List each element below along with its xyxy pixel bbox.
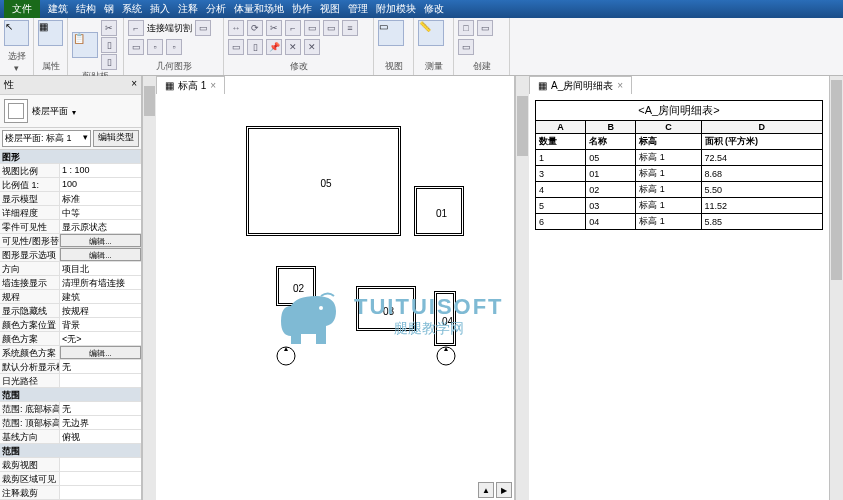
chevron-down-icon[interactable] xyxy=(72,106,76,117)
prop-value[interactable]: 100 xyxy=(60,178,141,191)
prop-scrollbar[interactable] xyxy=(142,76,156,500)
prop-row[interactable]: 系统颜色方案编辑... xyxy=(0,346,141,360)
menu-system[interactable]: 系统 xyxy=(118,2,146,16)
prop-row[interactable]: 注释裁剪 xyxy=(0,486,141,500)
prop-row[interactable]: 显示模型标准 xyxy=(0,192,141,206)
drawing-canvas[interactable]: 0501020304 xyxy=(176,96,510,496)
align-icon[interactable]: ≡ xyxy=(342,20,358,36)
menu-addins[interactable]: 附加模块 xyxy=(372,2,420,16)
prop-value[interactable]: 建筑 xyxy=(60,290,141,303)
view-ctrl-right[interactable]: ▶ xyxy=(496,482,512,498)
prop-value[interactable]: 俯视 xyxy=(60,430,141,443)
cut-icon[interactable]: ✂ xyxy=(101,20,117,36)
room-05[interactable]: 05 xyxy=(246,126,401,236)
create-icon-2[interactable]: ▭ xyxy=(477,20,493,36)
prop-value[interactable] xyxy=(60,458,141,471)
tab-close-icon[interactable]: × xyxy=(210,80,216,91)
prop-value[interactable]: 清理所有墙连接 xyxy=(60,276,141,289)
prop-row[interactable]: 视图比例1 : 100 xyxy=(0,164,141,178)
prop-row[interactable]: 显示隐藏线按规程 xyxy=(0,304,141,318)
mirror-icon[interactable]: ⌐ xyxy=(285,20,301,36)
prop-section[interactable]: 范围 xyxy=(0,444,141,458)
join-icon[interactable]: ▭ xyxy=(128,39,144,55)
prop-row[interactable]: 日光路径 xyxy=(0,374,141,388)
prop-row[interactable]: 详细程度中等 xyxy=(0,206,141,220)
rotate-icon[interactable]: ⟳ xyxy=(247,20,263,36)
view-scrollbar[interactable] xyxy=(515,76,529,500)
menu-analyze[interactable]: 分析 xyxy=(202,2,230,16)
prop-row[interactable]: 方向项目北 xyxy=(0,262,141,276)
prop-edit-button[interactable]: 编辑... xyxy=(60,248,141,261)
room-02[interactable]: 02 xyxy=(276,266,316,306)
trim-icon[interactable]: ✂ xyxy=(266,20,282,36)
prop-row[interactable]: 范围: 底部标高无 xyxy=(0,402,141,416)
room-01[interactable]: 01 xyxy=(414,186,464,236)
prop-value[interactable]: 项目北 xyxy=(60,262,141,275)
prop-row[interactable]: 范围: 顶部标高无边界 xyxy=(0,416,141,430)
table-row[interactable]: 402标高 15.50 xyxy=(536,182,823,198)
view-tool-icon[interactable]: ▭ xyxy=(378,20,404,46)
sched-scrollbar[interactable] xyxy=(829,76,843,500)
measure-icon[interactable]: 📏 xyxy=(418,20,444,46)
prop-value[interactable] xyxy=(60,374,141,387)
menu-arch[interactable]: 建筑 xyxy=(44,2,72,16)
schedule-view[interactable]: ▦ A_房间明细表 × <A_房间明细表> A B C D 数量 名称 xyxy=(529,76,829,500)
pin-icon[interactable]: 📌 xyxy=(266,39,282,55)
prop-value[interactable]: 无 xyxy=(60,360,141,373)
prop-value[interactable]: 按规程 xyxy=(60,304,141,317)
prop-value[interactable]: 标准 xyxy=(60,192,141,205)
prop-row[interactable]: 裁剪区域可见 xyxy=(0,472,141,486)
menu-mass[interactable]: 体量和场地 xyxy=(230,2,288,16)
cope-icon[interactable]: ⌐ xyxy=(128,20,144,36)
copy-icon[interactable]: ▯ xyxy=(101,37,117,53)
menu-manage[interactable]: 管理 xyxy=(344,2,372,16)
menu-steel[interactable]: 钢 xyxy=(100,2,118,16)
geom-icon-2[interactable]: ▫ xyxy=(166,39,182,55)
delete-icon[interactable]: ✕ xyxy=(304,39,320,55)
tab-schedule[interactable]: ▦ A_房间明细表 × xyxy=(529,76,632,94)
prop-value[interactable] xyxy=(60,486,141,499)
paste-icon[interactable]: 📋 xyxy=(72,32,98,58)
move-icon[interactable]: ↔ xyxy=(228,20,244,36)
table-row[interactable]: 604标高 15.85 xyxy=(536,214,823,230)
prop-edit-button[interactable]: 编辑... xyxy=(60,346,141,359)
prop-value[interactable]: 无边界 xyxy=(60,416,141,429)
properties-icon[interactable]: ▦ xyxy=(38,20,63,46)
prop-value[interactable] xyxy=(60,472,141,485)
match-icon[interactable]: ▯ xyxy=(101,54,117,70)
floor-plan-view[interactable]: ▦ 标高 1 × 0501020304 TUITUISOFT xyxy=(156,76,515,500)
prop-edit-button[interactable]: 编辑... xyxy=(60,234,141,247)
prop-value[interactable]: 背景 xyxy=(60,318,141,331)
prop-value[interactable]: <无> xyxy=(60,332,141,345)
prop-value[interactable]: 无 xyxy=(60,402,141,415)
menu-collab[interactable]: 协作 xyxy=(288,2,316,16)
create-icon-3[interactable]: ▭ xyxy=(458,39,474,55)
menu-file[interactable]: 文件 xyxy=(4,0,40,18)
prop-value[interactable]: 显示原状态 xyxy=(60,220,141,233)
menu-modify[interactable]: 修改 xyxy=(420,2,448,16)
edit-type-button[interactable]: 编辑类型 xyxy=(93,130,139,147)
offset-icon[interactable]: ▭ xyxy=(228,39,244,55)
prop-row[interactable]: 颜色方案<无> xyxy=(0,332,141,346)
table-row[interactable]: 301标高 18.68 xyxy=(536,166,823,182)
tab-close-icon[interactable]: × xyxy=(617,80,623,91)
prop-row[interactable]: 比例值 1:100 xyxy=(0,178,141,192)
room-03[interactable]: 03 xyxy=(356,286,416,331)
select-tool-icon[interactable]: ↖ xyxy=(4,20,29,46)
prop-row[interactable]: 基线方向俯视 xyxy=(0,430,141,444)
prop-value[interactable]: 1 : 100 xyxy=(60,164,141,177)
prop-section[interactable]: 范围 xyxy=(0,388,141,402)
properties-header[interactable]: 楼层平面 xyxy=(0,95,141,128)
menu-struct[interactable]: 结构 xyxy=(72,2,100,16)
prop-row[interactable]: 墙连接显示清理所有墙连接 xyxy=(0,276,141,290)
prop-row[interactable]: 零件可见性显示原状态 xyxy=(0,220,141,234)
close-icon[interactable]: × xyxy=(131,78,137,92)
table-row[interactable]: 105标高 172.54 xyxy=(536,150,823,166)
view-selector-dropdown[interactable]: 楼层平面: 标高 1▾ xyxy=(2,130,91,147)
scale-icon[interactable]: ▯ xyxy=(247,39,263,55)
menu-view[interactable]: 视图 xyxy=(316,2,344,16)
prop-row[interactable]: 可见性/图形替换编辑... xyxy=(0,234,141,248)
table-row[interactable]: 503标高 111.52 xyxy=(536,198,823,214)
cut-geom-icon[interactable]: ▭ xyxy=(195,20,211,36)
array-icon[interactable]: ▭ xyxy=(323,20,339,36)
